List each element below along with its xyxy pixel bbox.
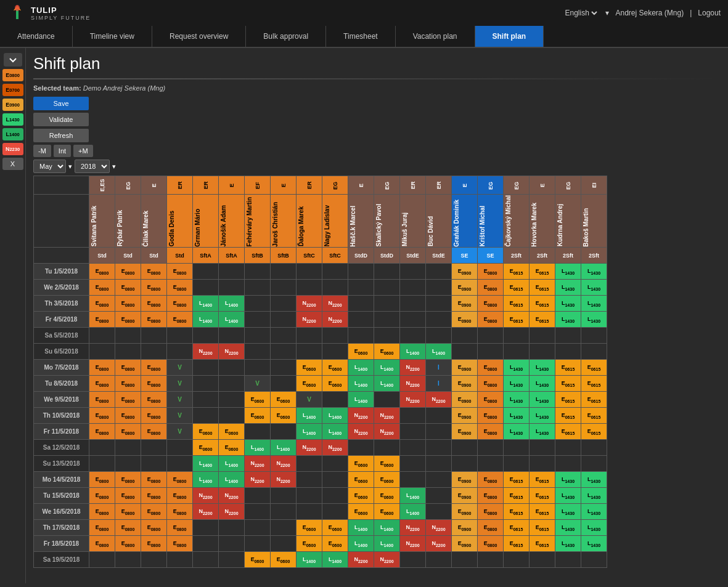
shift-cell[interactable]: E0615 [504,264,530,280]
shift-cell[interactable]: L1430 [555,504,581,520]
shift-cell[interactable]: N2200 [193,344,219,360]
shift-cell[interactable]: N2200 [219,344,245,360]
shift-cell[interactable] [271,424,297,440]
shift-badge-e0900[interactable]: E0900 [2,99,23,111]
shift-cell[interactable]: N2200 [219,488,245,504]
shift-cell[interactable]: E0800 [167,520,193,536]
shift-cell[interactable]: E0800 [167,504,193,520]
shift-cell[interactable]: L1430 [581,280,607,296]
shift-cell[interactable]: E0800 [478,312,504,328]
shift-cell[interactable]: E0800 [89,280,115,296]
shift-cell[interactable]: E0800 [115,264,141,280]
shift-cell[interactable]: E0800 [167,472,193,488]
shift-cell[interactable] [245,424,271,440]
shift-cell[interactable]: E0615 [504,296,530,312]
shift-cell[interactable]: E0900 [452,536,478,552]
shift-cell[interactable] [581,328,607,344]
shift-cell[interactable]: L1430 [530,392,555,408]
shift-cell[interactable]: E0800 [89,312,115,328]
shift-cell[interactable]: E0800 [115,488,141,504]
shift-cell[interactable]: L1400 [219,312,245,328]
shift-cell[interactable]: E0615 [581,408,607,424]
shift-cell[interactable]: N2200 [348,552,374,568]
shift-cell[interactable]: E0900 [452,312,478,328]
shift-cell[interactable] [141,552,167,568]
shift-cell[interactable] [193,280,219,296]
shift-cell[interactable]: E0600 [297,360,322,376]
shift-cell[interactable] [245,360,271,376]
shift-cell[interactable] [530,456,555,472]
shift-cell[interactable]: V [167,424,193,440]
shift-cell[interactable]: E0800 [89,392,115,408]
shift-cell[interactable]: E0800 [115,296,141,312]
shift-cell[interactable]: L1400 [322,424,348,440]
shift-cell[interactable]: N2200 [219,504,245,520]
shift-cell[interactable] [141,456,167,472]
shift-cell[interactable]: E0800 [141,312,167,328]
shift-cell[interactable]: L1430 [555,472,581,488]
shift-cell[interactable]: E0615 [530,504,555,520]
shift-cell[interactable] [400,280,426,296]
shift-cell[interactable]: E0615 [555,376,581,392]
shift-cell[interactable] [530,344,555,360]
shift-cell[interactable]: L1430 [581,472,607,488]
shift-cell[interactable] [271,296,297,312]
logout-link[interactable]: Logout [698,9,721,17]
shift-cell[interactable] [426,456,452,472]
shift-cell[interactable] [374,264,400,280]
shift-cell[interactable]: L1400 [193,456,219,472]
shift-cell[interactable] [193,552,219,568]
shift-cell[interactable] [478,328,504,344]
shift-cell[interactable]: N2200 [193,504,219,520]
shift-cell[interactable] [219,328,245,344]
shift-cell[interactable]: L1400 [219,472,245,488]
shift-cell[interactable]: L1400 [297,552,322,568]
shift-cell[interactable]: E0600 [297,520,322,536]
shift-cell[interactable]: E0800 [167,488,193,504]
shift-cell[interactable]: L1400 [322,408,348,424]
shift-cell[interactable]: E0900 [452,424,478,440]
shift-cell[interactable]: E0600 [374,456,400,472]
shift-cell[interactable] [297,280,322,296]
shift-cell[interactable]: N2200 [193,488,219,504]
shift-cell[interactable] [478,440,504,456]
shift-cell[interactable] [400,440,426,456]
shift-cell[interactable] [219,376,245,392]
shift-cell[interactable]: E0800 [89,360,115,376]
shift-cell[interactable]: E0800 [89,536,115,552]
shift-cell[interactable]: L1430 [581,504,607,520]
shift-cell[interactable] [271,264,297,280]
shift-cell[interactable] [555,456,581,472]
shift-cell[interactable]: E0800 [141,536,167,552]
shift-cell[interactable] [452,344,478,360]
shift-cell[interactable]: E0615 [504,536,530,552]
shift-cell[interactable] [219,392,245,408]
shift-cell[interactable]: L1430 [530,376,555,392]
shift-cell[interactable]: E0800 [141,264,167,280]
shift-cell[interactable] [271,504,297,520]
shift-cell[interactable] [245,344,271,360]
shift-cell[interactable] [426,328,452,344]
shift-cell[interactable]: E0615 [581,376,607,392]
shift-cell[interactable] [555,440,581,456]
tab-timeline[interactable]: Timeline view [73,26,152,47]
shift-cell[interactable]: L1430 [530,360,555,376]
shift-cell[interactable]: L1430 [581,312,607,328]
shift-cell[interactable]: E0600 [374,344,400,360]
shift-cell[interactable]: E0800 [89,296,115,312]
shift-cell[interactable] [193,264,219,280]
shift-cell[interactable] [271,344,297,360]
shift-cell[interactable] [115,344,141,360]
shift-cell[interactable]: N2200 [297,440,322,456]
shift-cell[interactable] [400,328,426,344]
shift-cell[interactable] [504,552,530,568]
shift-cell[interactable] [167,328,193,344]
shift-cell[interactable]: L1430 [555,280,581,296]
shift-badge-l1430[interactable]: L1430 [2,113,23,126]
month-select[interactable]: May [33,160,66,173]
shift-cell[interactable] [348,296,374,312]
shift-cell[interactable]: E0615 [504,488,530,504]
shift-cell[interactable]: L1430 [581,296,607,312]
shift-cell[interactable]: N2200 [271,456,297,472]
shift-cell[interactable] [219,536,245,552]
